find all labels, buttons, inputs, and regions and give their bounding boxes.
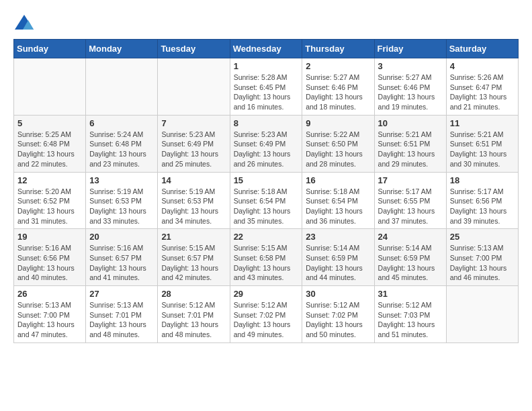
day-info: Sunrise: 5:21 AM Sunset: 6:51 PM Dayligh… [450,130,515,169]
day-number: 5 [17,118,82,128]
day-info: Sunrise: 5:23 AM Sunset: 6:49 PM Dayligh… [161,130,226,169]
calendar-cell: 10Sunrise: 5:21 AM Sunset: 6:51 PM Dayli… [374,115,446,172]
day-number: 28 [161,289,226,299]
calendar-table: SundayMondayTuesdayWednesdayThursdayFrid… [13,39,519,343]
day-info: Sunrise: 5:27 AM Sunset: 6:46 PM Dayligh… [306,73,370,112]
day-number: 11 [450,118,515,128]
day-number: 2 [306,61,370,71]
calendar-cell: 23Sunrise: 5:14 AM Sunset: 6:59 PM Dayli… [302,229,374,286]
day-number: 19 [17,232,82,242]
day-info: Sunrise: 5:12 AM Sunset: 7:02 PM Dayligh… [234,300,299,340]
day-info: Sunrise: 5:19 AM Sunset: 6:53 PM Dayligh… [161,187,226,226]
day-info: Sunrise: 5:19 AM Sunset: 6:53 PM Dayligh… [89,187,154,226]
logo-icon [13,13,35,32]
day-info: Sunrise: 5:28 AM Sunset: 6:45 PM Dayligh… [234,73,299,112]
calendar-cell: 9Sunrise: 5:22 AM Sunset: 6:50 PM Daylig… [302,115,374,172]
calendar-cell: 27Sunrise: 5:13 AM Sunset: 7:01 PM Dayli… [86,286,158,343]
day-number: 9 [306,118,370,128]
calendar-cell: 19Sunrise: 5:16 AM Sunset: 6:56 PM Dayli… [14,229,86,286]
calendar-cell: 18Sunrise: 5:17 AM Sunset: 6:56 PM Dayli… [446,172,518,229]
calendar-cell: 22Sunrise: 5:15 AM Sunset: 6:58 PM Dayli… [230,229,302,286]
day-info: Sunrise: 5:17 AM Sunset: 6:56 PM Dayligh… [450,187,515,226]
day-info: Sunrise: 5:24 AM Sunset: 6:48 PM Dayligh… [89,130,154,169]
day-number: 8 [234,118,299,128]
calendar-cell: 15Sunrise: 5:18 AM Sunset: 6:54 PM Dayli… [230,172,302,229]
day-number: 13 [89,175,154,185]
calendar-cell: 26Sunrise: 5:13 AM Sunset: 7:00 PM Dayli… [14,286,86,343]
day-info: Sunrise: 5:16 AM Sunset: 6:57 PM Dayligh… [89,243,154,283]
day-number: 17 [378,175,443,185]
day-info: Sunrise: 5:18 AM Sunset: 6:54 PM Dayligh… [234,187,299,226]
day-number: 27 [89,289,154,299]
calendar-cell: 17Sunrise: 5:17 AM Sunset: 6:55 PM Dayli… [374,172,446,229]
day-info: Sunrise: 5:14 AM Sunset: 6:59 PM Dayligh… [378,243,443,283]
day-number: 26 [17,289,82,299]
calendar-cell: 31Sunrise: 5:12 AM Sunset: 7:03 PM Dayli… [374,286,446,343]
day-number: 31 [378,289,443,299]
calendar-cell: 3Sunrise: 5:27 AM Sunset: 6:46 PM Daylig… [374,58,446,116]
day-info: Sunrise: 5:20 AM Sunset: 6:52 PM Dayligh… [17,187,82,226]
calendar-cell: 1Sunrise: 5:28 AM Sunset: 6:45 PM Daylig… [230,58,302,116]
calendar-week-2: 5Sunrise: 5:25 AM Sunset: 6:48 PM Daylig… [14,115,519,172]
day-info: Sunrise: 5:17 AM Sunset: 6:55 PM Dayligh… [378,187,443,226]
day-info: Sunrise: 5:12 AM Sunset: 7:02 PM Dayligh… [306,300,370,340]
day-info: Sunrise: 5:13 AM Sunset: 7:00 PM Dayligh… [17,300,82,340]
day-number: 30 [306,289,370,299]
day-number: 16 [306,175,370,185]
calendar-cell: 14Sunrise: 5:19 AM Sunset: 6:53 PM Dayli… [158,172,230,229]
day-info: Sunrise: 5:26 AM Sunset: 6:47 PM Dayligh… [450,73,515,112]
calendar-cell: 30Sunrise: 5:12 AM Sunset: 7:02 PM Dayli… [302,286,374,343]
day-info: Sunrise: 5:15 AM Sunset: 6:58 PM Dayligh… [234,243,299,283]
col-header-wednesday: Wednesday [230,40,302,58]
day-number: 10 [378,118,443,128]
calendar-cell: 4Sunrise: 5:26 AM Sunset: 6:47 PM Daylig… [446,58,518,116]
day-info: Sunrise: 5:27 AM Sunset: 6:46 PM Dayligh… [378,73,443,112]
day-info: Sunrise: 5:18 AM Sunset: 6:54 PM Dayligh… [306,187,370,226]
day-info: Sunrise: 5:12 AM Sunset: 7:01 PM Dayligh… [161,300,226,340]
day-number: 14 [161,175,226,185]
calendar-cell: 6Sunrise: 5:24 AM Sunset: 6:48 PM Daylig… [86,115,158,172]
calendar-cell: 25Sunrise: 5:13 AM Sunset: 7:00 PM Dayli… [446,229,518,286]
calendar-week-5: 26Sunrise: 5:13 AM Sunset: 7:00 PM Dayli… [14,286,519,343]
day-number: 21 [161,232,226,242]
col-header-thursday: Thursday [302,40,374,58]
day-info: Sunrise: 5:15 AM Sunset: 6:57 PM Dayligh… [161,243,226,283]
day-info: Sunrise: 5:13 AM Sunset: 7:00 PM Dayligh… [450,243,515,283]
calendar-cell [158,58,230,116]
day-number: 25 [450,232,515,242]
day-number: 23 [306,232,370,242]
day-number: 7 [161,118,226,128]
col-header-friday: Friday [374,40,446,58]
calendar-cell: 12Sunrise: 5:20 AM Sunset: 6:52 PM Dayli… [14,172,86,229]
calendar-cell: 11Sunrise: 5:21 AM Sunset: 6:51 PM Dayli… [446,115,518,172]
day-info: Sunrise: 5:23 AM Sunset: 6:49 PM Dayligh… [234,130,299,169]
calendar-cell [14,58,86,116]
calendar-cell: 20Sunrise: 5:16 AM Sunset: 6:57 PM Dayli… [86,229,158,286]
day-info: Sunrise: 5:25 AM Sunset: 6:48 PM Dayligh… [17,130,82,169]
day-number: 4 [450,61,515,71]
calendar-cell: 29Sunrise: 5:12 AM Sunset: 7:02 PM Dayli… [230,286,302,343]
day-number: 6 [89,118,154,128]
calendar-cell: 21Sunrise: 5:15 AM Sunset: 6:57 PM Dayli… [158,229,230,286]
calendar-cell: 16Sunrise: 5:18 AM Sunset: 6:54 PM Dayli… [302,172,374,229]
calendar-cell [86,58,158,116]
calendar-header-row: SundayMondayTuesdayWednesdayThursdayFrid… [14,40,519,58]
day-info: Sunrise: 5:12 AM Sunset: 7:03 PM Dayligh… [378,300,443,340]
calendar-week-3: 12Sunrise: 5:20 AM Sunset: 6:52 PM Dayli… [14,172,519,229]
day-number: 29 [234,289,299,299]
calendar-cell: 24Sunrise: 5:14 AM Sunset: 6:59 PM Dayli… [374,229,446,286]
logo [13,13,38,32]
page-header [13,13,519,32]
calendar-cell: 13Sunrise: 5:19 AM Sunset: 6:53 PM Dayli… [86,172,158,229]
day-number: 15 [234,175,299,185]
col-header-saturday: Saturday [446,40,518,58]
day-info: Sunrise: 5:21 AM Sunset: 6:51 PM Dayligh… [378,130,443,169]
calendar-cell: 5Sunrise: 5:25 AM Sunset: 6:48 PM Daylig… [14,115,86,172]
day-number: 18 [450,175,515,185]
calendar-week-1: 1Sunrise: 5:28 AM Sunset: 6:45 PM Daylig… [14,58,519,116]
day-info: Sunrise: 5:22 AM Sunset: 6:50 PM Dayligh… [306,130,370,169]
calendar-cell: 8Sunrise: 5:23 AM Sunset: 6:49 PM Daylig… [230,115,302,172]
calendar-cell [446,286,518,343]
day-number: 1 [234,61,299,71]
day-info: Sunrise: 5:14 AM Sunset: 6:59 PM Dayligh… [306,243,370,283]
